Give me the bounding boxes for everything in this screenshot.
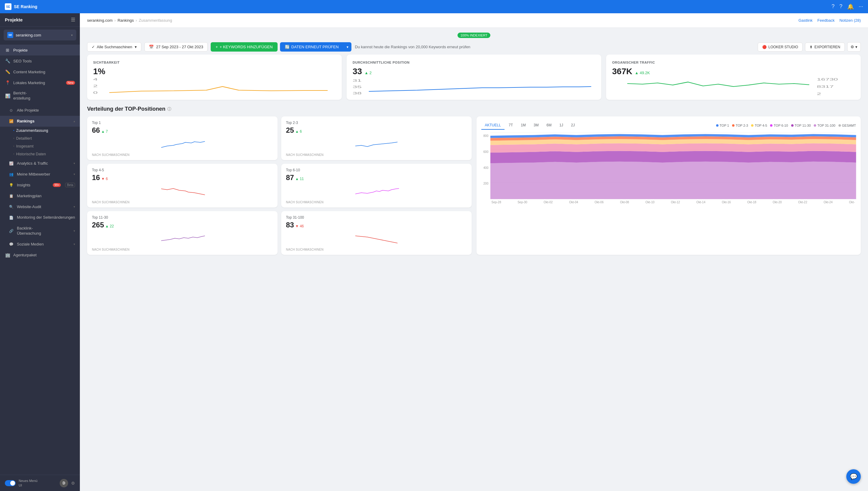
top1-chart — [92, 137, 273, 152]
menu-toggle[interactable] — [5, 480, 16, 486]
sidebar-item-seo-tools[interactable]: 🔧 SEO Tools — [0, 56, 80, 66]
sidebar-item-label: Alle Projekte — [17, 108, 75, 113]
content-marketing-icon: ✏️ — [5, 69, 10, 75]
question-icon[interactable]: ? — [839, 3, 842, 10]
top6-10-value: 87 — [286, 173, 294, 182]
submenu-zusammenfassung[interactable]: Zusammenfassung — [13, 127, 80, 135]
rankings-submenu: Zusammenfassung Detailliert Insgesamt Hi… — [0, 127, 80, 158]
recheck-dropdown-button[interactable]: ▾ — [344, 42, 351, 52]
svg-text:16730: 16730 — [817, 78, 838, 81]
submenu-detailliert[interactable]: Detailliert — [13, 135, 80, 142]
legend-gesamt: GESAMT — [838, 124, 856, 127]
chart-tab-6m[interactable]: 6M — [543, 121, 555, 130]
chart-tab-7t[interactable]: 7T — [505, 121, 517, 130]
sichtbarkeit-label: SICHTBARKEIT — [93, 61, 336, 64]
submenu-insgesamt[interactable]: Insgesamt — [13, 142, 80, 150]
stacked-chart-container: 800 600 400 200 — [481, 133, 856, 204]
sidebar-item-agenturpaket[interactable]: 🏢 Agenturpaket — [0, 250, 80, 261]
chart-tab-3m[interactable]: 3M — [530, 121, 542, 130]
search-engine-label: Alle Suchmaschinen — [97, 45, 132, 49]
sidebar-item-label: Agenturpaket — [13, 253, 75, 257]
sidebar-item-marketingplan[interactable]: 📋 Marketingplan — [0, 191, 80, 201]
chart-tab-1m[interactable]: 1M — [517, 121, 530, 130]
search-engine-selector[interactable]: ✓ Alle Suchmaschinen ▾ — [87, 42, 141, 52]
top11-30-sub: NACH SUCHMASCHINEN — [92, 248, 273, 251]
sidebar-item-content-marketing[interactable]: ✏️ Content Marketing — [0, 66, 80, 77]
lokales-marketing-icon: 📍 — [5, 80, 10, 85]
sidebar-item-monitoring[interactable]: 📄 Monitoring der Seitenänderungen — [0, 212, 80, 223]
refresh-icon: 🔄 — [285, 45, 290, 49]
sidebar-item-backlink[interactable]: 🔗 Backlink-Überwachung ▾ — [0, 223, 80, 239]
breadcrumb-rankings[interactable]: Rankings — [118, 18, 134, 23]
chart-tab-2j[interactable]: 2J — [567, 121, 579, 130]
breadcrumb-current: Zusammenfassung — [138, 18, 172, 23]
analytics-icon: 📈 — [8, 161, 14, 166]
top6-10-change: ▲ 11 — [295, 177, 304, 181]
agenturpaket-icon: 🏢 — [5, 253, 10, 258]
settings-icon[interactable]: ⚙ — [71, 481, 75, 486]
sidebar: Projekte ☰ SE seranking.com ▾ ⊞ Projekte… — [0, 13, 80, 491]
content-area: seranking.com › Rankings › Zusammenfassu… — [80, 13, 868, 491]
sidebar-item-alle-projekte[interactable]: ⊙ Alle Projekte — [0, 105, 80, 116]
date-range-picker[interactable]: 📅 27 Sep 2023 - 27 Okt 2023 — [144, 42, 208, 52]
breadcrumb-sep: › — [115, 18, 116, 23]
recheck-button[interactable]: 🔄 DATEN ERNEUT PRÜFEN — [280, 42, 344, 52]
legend-top1: TOP 1 — [716, 124, 729, 127]
feedback-button[interactable]: Feedback — [817, 18, 835, 23]
menu-toggle-label: Neues MenüUI — [19, 479, 37, 487]
sidebar-item-rankings[interactable]: 📶 Rankings ▴ — [0, 116, 80, 127]
add-keywords-button[interactable]: + + KEYWORDS HINZUFÜGEN — [211, 42, 277, 52]
durchschnittliche-position-card: DURCHSCHNITTLICHE POSITION 33 ▲ 2 31 35 … — [347, 55, 601, 100]
sidebar-item-soziale-medien[interactable]: 💬 Soziale Medien ▾ — [0, 239, 80, 250]
notizen-button[interactable]: Notizen (28) — [839, 18, 861, 23]
sidebar-bottom: Neues MenüUI D ⚙ — [0, 475, 80, 491]
sidebar-item-insights[interactable]: 💡 Insights 99+ Beta — [0, 180, 80, 191]
info-icon[interactable]: ⓘ — [167, 107, 171, 112]
top4-5-label: Top 4-5 — [92, 168, 273, 172]
chat-button[interactable]: 💬 — [846, 469, 861, 484]
top6-10-label: Top 6-10 — [286, 168, 467, 172]
breadcrumb: seranking.com › Rankings › Zusammenfassu… — [87, 18, 172, 23]
legend-top31-100: TOP 31-100 — [814, 124, 835, 127]
app-logo[interactable]: SE SE Ranking — [5, 3, 37, 10]
sidebar-item-website-audit[interactable]: 🔍 Website-Audit ▾ — [0, 201, 80, 212]
projekte-icon: ⊞ — [5, 47, 10, 53]
top11-30-value: 265 — [92, 221, 104, 229]
toolbar-right: 🔴 LOOKER STUDIO ⬆ EXPORTIEREN ⚙ ▾ — [758, 42, 861, 52]
export-button[interactable]: ⬆ EXPORTIEREN — [805, 42, 845, 52]
calendar-icon: 📅 — [149, 45, 154, 49]
sidebar-navigation: ⊞ Projekte 🔧 SEO Tools ✏️ Content Market… — [0, 44, 80, 475]
alle-projekte-icon: ⊙ — [8, 108, 14, 113]
sidebar-item-projekte[interactable]: ⊞ Projekte — [0, 45, 80, 56]
checkmark-icon: ✓ — [92, 45, 95, 49]
top4-5-chart — [92, 184, 273, 199]
sidebar-item-label: Bericht-erstellung — [13, 91, 75, 101]
gastlink-button[interactable]: Gastlink — [798, 18, 812, 23]
sidebar-item-berichterstattung[interactable]: 📊 Bericht-erstellung — [0, 88, 80, 104]
chart-tab-1j[interactable]: 1J — [556, 121, 567, 130]
user-avatar[interactable]: D — [60, 479, 68, 487]
submenu-historische-daten[interactable]: Historische Daten — [13, 150, 80, 158]
sidebar-item-label: Monitoring der Seitenänderungen — [17, 215, 75, 220]
position-chart: 31 35 38 — [352, 78, 595, 96]
project-selector[interactable]: SE seranking.com ▾ — [4, 30, 76, 40]
looker-studio-button[interactable]: 🔴 LOOKER STUDIO — [758, 42, 803, 52]
sidebar-menu-icon[interactable]: ☰ — [71, 17, 75, 23]
svg-marker-16 — [490, 143, 856, 153]
sidebar-item-meine-mitbewerber[interactable]: 👥 Meine Mitbewerber ▾ — [0, 169, 80, 180]
top4-5-sub: NACH SUCHMASCHINEN — [92, 201, 273, 204]
help-icon[interactable]: ? — [832, 3, 835, 10]
sidebar-item-analytics-traffic[interactable]: 📈 Analytics & Traffic ▾ — [0, 158, 80, 169]
insights-badge: 99+ — [53, 183, 61, 187]
content-header: seranking.com › Rankings › Zusammenfassu… — [80, 13, 868, 28]
legend-dot-gesamt — [838, 124, 841, 127]
notification-icon[interactable]: 🔔 — [847, 3, 854, 10]
chart-tabs: AKTUELL 7T 1M 3M 6M 1J 2J — [481, 121, 579, 130]
chart-tab-aktuell[interactable]: AKTUELL — [481, 121, 504, 130]
breadcrumb-seranking[interactable]: seranking.com — [87, 18, 113, 23]
top1-card: Top 1 66 ▲ 7 NACH SUCHMASCHINEN — [87, 116, 278, 160]
sidebar-item-lokales-marketing[interactable]: 📍 Lokales Marketing New — [0, 77, 80, 88]
settings-button[interactable]: ⚙ ▾ — [847, 42, 861, 52]
more-icon[interactable]: ··· — [859, 3, 863, 10]
top11-30-change: ▲ 22 — [105, 224, 114, 228]
